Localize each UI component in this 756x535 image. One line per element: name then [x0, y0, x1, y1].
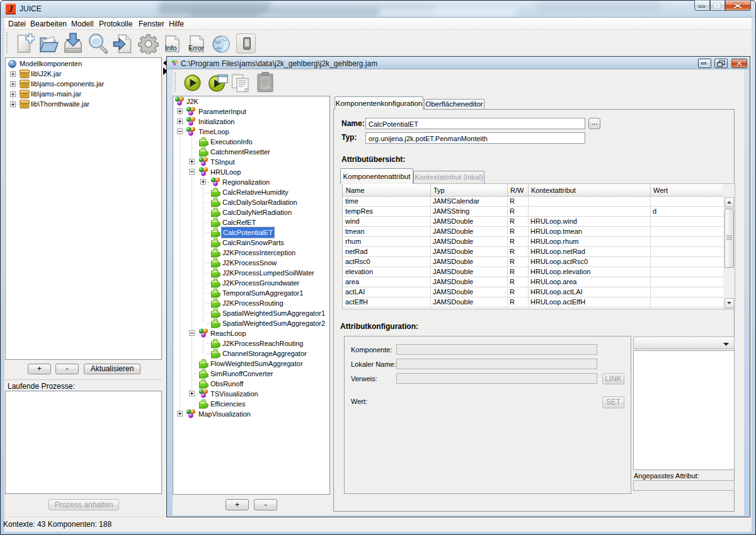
- svg-text:J: J: [8, 4, 14, 14]
